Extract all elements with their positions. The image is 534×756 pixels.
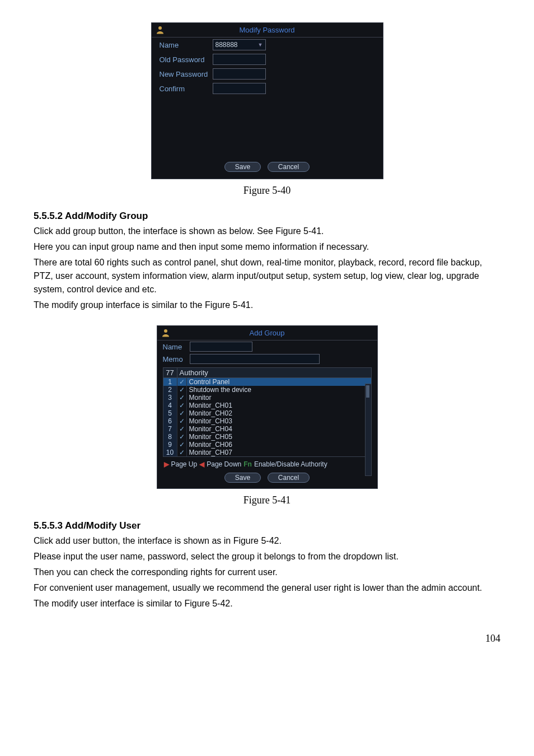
scrollbar-thumb[interactable] xyxy=(366,385,369,398)
confirm-input[interactable] xyxy=(213,83,266,94)
name-dropdown[interactable]: 888888 ▼ xyxy=(213,39,266,50)
table-row[interactable]: 5✓Monitor_CH02 xyxy=(163,409,371,417)
name-label: Name xyxy=(163,343,186,351)
count-header: 77 xyxy=(163,368,177,377)
body-text: The modify group interface is similar to… xyxy=(34,298,500,312)
cancel-button[interactable]: Cancel xyxy=(268,162,310,172)
new-password-input[interactable] xyxy=(213,68,266,80)
row-index: 8 xyxy=(163,433,177,441)
figure-caption-1: Figure 5-40 xyxy=(34,185,500,197)
row-index: 2 xyxy=(163,386,177,394)
pager: ▶ Page Up ◀ Page Down Fn Enable/Disable … xyxy=(157,459,377,470)
cancel-button[interactable]: Cancel xyxy=(268,473,310,483)
authority-table: 77 Authority 1✓Control Panel2✓Shutdown t… xyxy=(163,367,372,457)
authority-name: Monitor_CH01 xyxy=(187,402,232,409)
title-text: Modify Password xyxy=(240,26,295,34)
row-index: 4 xyxy=(163,402,177,409)
check-icon[interactable]: ✓ xyxy=(177,386,187,394)
row-index: 7 xyxy=(163,425,177,433)
name-label: Name xyxy=(160,41,213,49)
enable-disable-label[interactable]: Enable/Disable Authority xyxy=(254,460,327,468)
section-heading-2: 5.5.5.3 Add/Modify User xyxy=(34,520,500,531)
check-icon[interactable]: ✓ xyxy=(177,441,187,449)
check-icon[interactable]: ✓ xyxy=(177,425,187,433)
scrollbar[interactable] xyxy=(365,384,372,476)
page-down-label[interactable]: Page Down xyxy=(207,460,241,468)
authority-name: Control Panel xyxy=(187,378,230,386)
body-text: The modify user interface is similar to … xyxy=(34,597,500,610)
table-row[interactable]: 7✓Monitor_CH04 xyxy=(163,425,371,433)
body-text: Here you can input group name and then i… xyxy=(34,240,500,254)
page-number: 104 xyxy=(34,633,500,645)
check-icon[interactable]: ✓ xyxy=(177,449,187,456)
row-index: 6 xyxy=(163,417,177,425)
title-text: Add Group xyxy=(250,329,285,337)
table-row[interactable]: 4✓Monitor_CH01 xyxy=(163,402,371,409)
fn-key-icon: Fn xyxy=(243,460,252,468)
page-up-label[interactable]: Page Up xyxy=(171,460,198,468)
modify-password-dialog: Modify Password Name 888888 ▼ Old Passwo… xyxy=(151,22,383,179)
user-icon xyxy=(161,328,171,338)
table-row[interactable]: 2✓Shutdown the device xyxy=(163,386,371,394)
memo-label: Memo xyxy=(163,355,186,363)
chevron-down-icon: ▼ xyxy=(258,42,263,48)
svg-point-1 xyxy=(164,329,167,333)
old-password-label: Old Password xyxy=(160,55,213,64)
body-text: There are total 60 rights such as contro… xyxy=(34,256,500,296)
body-text: Then you can check the corresponding rig… xyxy=(34,566,500,579)
user-icon xyxy=(155,25,165,35)
table-row[interactable]: 3✓Monitor xyxy=(163,394,371,402)
add-group-dialog: Add Group Name Memo 77 Authority 1✓Contr… xyxy=(157,325,378,489)
figure-caption-2: Figure 5-41 xyxy=(34,494,500,506)
check-icon[interactable]: ✓ xyxy=(177,417,187,425)
authority-name: Monitor_CH02 xyxy=(187,409,232,417)
authority-name: Monitor_CH06 xyxy=(187,441,232,449)
body-text: Please input the user name, password, se… xyxy=(34,550,500,563)
old-password-input[interactable] xyxy=(213,54,266,65)
table-row[interactable]: 6✓Monitor_CH03 xyxy=(163,417,371,425)
authority-name: Monitor_CH07 xyxy=(187,449,232,456)
authority-name: Monitor_CH05 xyxy=(187,433,232,441)
check-icon[interactable]: ✓ xyxy=(177,409,187,417)
group-name-input[interactable] xyxy=(190,342,252,352)
row-index: 10 xyxy=(163,449,177,456)
table-row[interactable]: 10✓Monitor_CH07 xyxy=(163,449,371,456)
svg-point-0 xyxy=(158,26,162,30)
body-text: Click add group button, the interface is… xyxy=(34,225,500,238)
save-button[interactable]: Save xyxy=(224,473,261,483)
table-row[interactable]: 1✓Control Panel xyxy=(163,378,371,386)
authority-name: Monitor_CH04 xyxy=(187,425,232,433)
confirm-label: Confirm xyxy=(160,85,213,93)
authority-name: Monitor_CH03 xyxy=(187,417,232,425)
body-text: Click add user button, the interface is … xyxy=(34,534,500,548)
name-value: 888888 xyxy=(216,41,238,49)
dialog-title: Add Group xyxy=(157,326,377,340)
save-button[interactable]: Save xyxy=(224,162,261,172)
check-icon[interactable]: ✓ xyxy=(177,402,187,409)
page-up-key-icon: ▶ xyxy=(164,460,169,468)
table-row[interactable]: 8✓Monitor_CH05 xyxy=(163,433,371,441)
page-down-key-icon: ◀ xyxy=(199,460,204,468)
table-row[interactable]: 9✓Monitor_CH06 xyxy=(163,441,371,449)
check-icon[interactable]: ✓ xyxy=(177,394,187,402)
authority-name: Shutdown the device xyxy=(187,386,251,394)
group-memo-input[interactable] xyxy=(190,354,320,364)
row-index: 1 xyxy=(163,378,177,386)
row-index: 5 xyxy=(163,409,177,417)
authority-header: Authority xyxy=(177,368,371,377)
row-index: 9 xyxy=(163,441,177,449)
check-icon[interactable]: ✓ xyxy=(177,378,187,386)
body-text: For convenient user management, usually … xyxy=(34,581,500,595)
dialog-title: Modify Password xyxy=(152,23,383,38)
check-icon[interactable]: ✓ xyxy=(177,433,187,441)
authority-name: Monitor xyxy=(187,394,212,402)
row-index: 3 xyxy=(163,394,177,402)
section-heading-1: 5.5.5.2 Add/Modify Group xyxy=(34,211,500,222)
new-password-label: New Password xyxy=(160,70,213,78)
